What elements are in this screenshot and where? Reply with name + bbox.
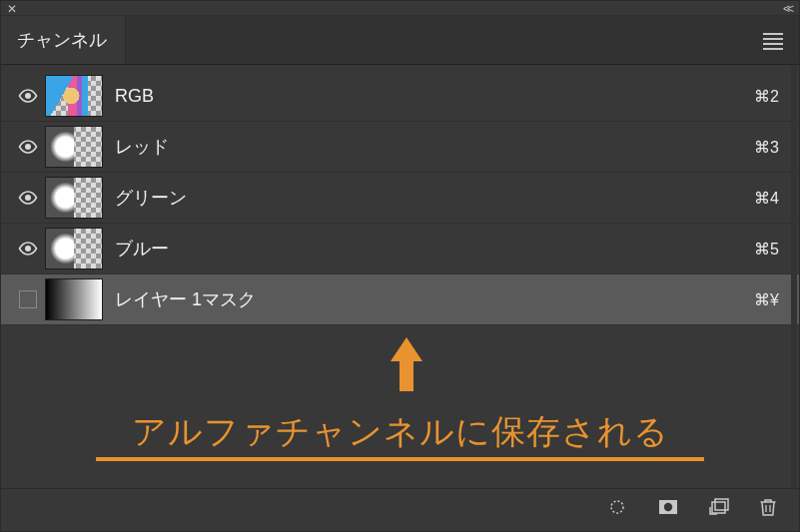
panel-menu-icon[interactable]	[763, 30, 783, 53]
svg-point-1	[25, 144, 31, 150]
annotation-area: アルファチャンネルに保存される	[1, 325, 799, 485]
collapse-icon[interactable]: <<	[783, 2, 791, 16]
svg-point-3	[25, 246, 31, 252]
channels-panel: ✕ << チャンネル RGB⌘2レッド⌘3グリーン⌘4ブルー⌘5レイヤー 1マス…	[0, 0, 800, 532]
svg-point-2	[25, 195, 31, 201]
trash-icon[interactable]	[759, 497, 777, 517]
tab-label: チャンネル	[17, 30, 107, 50]
channel-thumbnail	[45, 177, 103, 219]
bottom-toolbar	[1, 488, 799, 525]
channel-row[interactable]: レッド⌘3	[1, 122, 799, 173]
channel-thumbnail	[45, 228, 103, 269]
close-icon[interactable]: ✕	[7, 2, 17, 16]
channel-row[interactable]: RGB⌘2	[1, 71, 799, 122]
tab-channels[interactable]: チャンネル	[1, 16, 126, 64]
save-selection-mask-icon[interactable]	[657, 498, 679, 516]
channel-name: RGB	[115, 86, 754, 107]
visibility-eye-icon[interactable]	[11, 241, 45, 257]
channel-thumbnail	[45, 278, 103, 320]
channel-shortcut: ⌘2	[754, 87, 787, 106]
visibility-eye-icon[interactable]	[11, 190, 45, 206]
channel-thumbnail	[45, 75, 103, 117]
channel-row[interactable]: レイヤー 1マスク⌘¥	[1, 274, 799, 325]
annotation-text: アルファチャンネルに保存される	[1, 409, 799, 455]
svg-rect-8	[715, 499, 728, 510]
svg-point-0	[25, 93, 31, 99]
channel-row[interactable]: グリーン⌘4	[1, 173, 799, 224]
tab-row: チャンネル	[1, 16, 799, 65]
visibility-empty-icon[interactable]	[11, 290, 45, 308]
visibility-eye-icon[interactable]	[11, 139, 45, 155]
channel-name: レイヤー 1マスク	[115, 287, 754, 311]
svg-rect-7	[712, 502, 725, 513]
panel-top-bar: ✕ <<	[1, 1, 799, 16]
new-channel-icon[interactable]	[709, 498, 729, 516]
load-selection-icon[interactable]	[607, 498, 627, 516]
scrollbar[interactable]	[791, 65, 797, 489]
channel-row[interactable]: ブルー⌘5	[1, 224, 799, 274]
channel-name: レッド	[115, 135, 754, 159]
channel-shortcut: ⌘5	[754, 240, 787, 259]
svg-point-4	[611, 501, 623, 513]
channel-name: ブルー	[115, 237, 754, 261]
annotation-underline	[96, 457, 704, 461]
arrow-up-icon	[391, 337, 422, 391]
channel-thumbnail	[45, 126, 103, 168]
channel-shortcut: ⌘3	[754, 138, 787, 157]
channel-shortcut: ⌘4	[754, 189, 787, 208]
svg-point-6	[664, 503, 672, 511]
channel-shortcut: ⌘¥	[754, 290, 787, 309]
visibility-eye-icon[interactable]	[11, 88, 45, 104]
channel-list: RGB⌘2レッド⌘3グリーン⌘4ブルー⌘5レイヤー 1マスク⌘¥	[1, 65, 799, 325]
channel-name: グリーン	[115, 186, 754, 210]
